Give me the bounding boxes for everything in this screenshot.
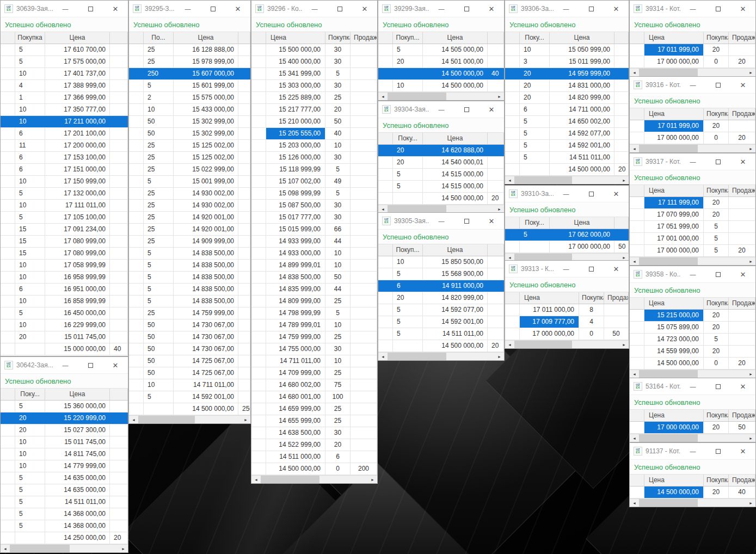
sell-qty-cell[interactable] (351, 128, 377, 139)
table-row[interactable]: 5014 730 067,00 (129, 331, 250, 343)
table-row[interactable]: 515 360 000,00 (1, 401, 128, 413)
close-button[interactable]: ✕ (479, 1, 504, 17)
column-header[interactable]: Покупка (15, 32, 45, 44)
buy-qty-cell[interactable]: 25 (144, 164, 174, 175)
price-cell[interactable]: 14 635 000,00 (45, 472, 110, 484)
buy-qty-cell[interactable]: 20 (704, 322, 729, 333)
price-cell[interactable]: 14 635 000,00 (45, 484, 110, 496)
price-cell[interactable]: 14 650 002,00 (550, 116, 614, 127)
table-row[interactable]: 14 638 500,0030 (251, 427, 377, 439)
sell-qty-cell[interactable] (604, 304, 629, 316)
scroll-left-button[interactable]: ◄ (378, 93, 388, 101)
h-scrollbar[interactable]: ◄► (505, 176, 629, 184)
price-cell[interactable]: 14 592 077,00 (550, 128, 614, 139)
price-cell[interactable]: 14 592 077,00 (423, 304, 488, 316)
sell-qty-cell[interactable]: 40 (729, 487, 755, 498)
buy-qty-cell[interactable]: 10 (15, 260, 45, 271)
h-scrollbar[interactable]: ◄► (630, 434, 755, 442)
close-button[interactable]: ✕ (730, 266, 755, 282)
price-cell[interactable]: 15 850 500,00 (423, 256, 488, 268)
buy-qty-cell[interactable]: 20 (520, 68, 550, 79)
column-header[interactable]: Покупка (704, 32, 729, 44)
buy-qty-cell[interactable]: 5 (704, 221, 729, 232)
price-cell[interactable]: 15 360 000,00 (45, 401, 110, 412)
sell-qty-cell[interactable]: 50 (614, 241, 629, 253)
titlebar[interactable]: UZEX39313 - К...—✕ (505, 261, 629, 277)
price-cell[interactable]: 14 930 002,00 (174, 188, 238, 199)
close-button[interactable]: ✕ (604, 186, 629, 202)
sell-qty-cell[interactable] (351, 212, 377, 223)
titlebar[interactable]: UZEX39310-За...—✕ (505, 186, 629, 202)
table-row[interactable]: 25015 607 000,00 (129, 68, 250, 80)
close-button[interactable]: ✕ (730, 77, 755, 93)
price-cell[interactable]: 15 107 002,00 (266, 176, 325, 187)
sell-qty-cell[interactable]: 20 (729, 358, 755, 369)
maximize-button[interactable] (705, 153, 730, 170)
h-scrollbar[interactable]: ◄► (1, 544, 128, 553)
titlebar[interactable]: UZEX39296 - Ко...—✕ (251, 1, 377, 17)
h-scrollbar[interactable]: ◄► (251, 475, 377, 484)
table-row[interactable]: 14 655 999,0025 (251, 415, 377, 427)
buy-qty-cell[interactable]: 5 (144, 176, 174, 187)
table-row[interactable]: 14 798 999,995 (251, 307, 377, 319)
scroll-right-button[interactable]: ► (241, 416, 250, 424)
price-cell[interactable]: 14 798 999,99 (266, 307, 325, 319)
table-row[interactable]: 17 000 000,00050 (505, 328, 629, 340)
sell-qty-cell[interactable] (351, 284, 377, 295)
sell-qty-cell[interactable]: 20 (729, 56, 755, 67)
price-cell[interactable]: 14 835 999,00 (266, 284, 325, 295)
table-row[interactable]: 17 000 000,00020 (630, 56, 755, 68)
sell-qty-cell[interactable] (110, 68, 128, 79)
scroll-left-button[interactable]: ◄ (505, 341, 514, 349)
buy-qty-cell[interactable]: 10 (144, 104, 174, 115)
buy-qty-cell[interactable]: 4 (579, 316, 604, 328)
sell-qty-cell[interactable] (238, 80, 250, 91)
scroll-left-button[interactable]: ◄ (505, 176, 514, 184)
minimize-button[interactable]: — (53, 357, 78, 373)
price-cell[interactable]: 17 000 000,00 (644, 56, 704, 67)
price-cell[interactable]: 14 711 000,00 (550, 104, 614, 115)
buy-qty-cell[interactable]: 25 (144, 236, 174, 247)
maximize-button[interactable] (579, 186, 604, 202)
table-row[interactable]: 15 203 000,0010 (251, 140, 377, 152)
sell-qty-cell[interactable] (488, 292, 504, 304)
buy-qty-cell[interactable]: 15 (15, 248, 45, 259)
maximize-button[interactable] (705, 443, 730, 459)
price-cell[interactable]: 14 511 011,00 (45, 496, 110, 508)
table-row[interactable]: 1014 779 999,00 (1, 460, 128, 472)
price-cell[interactable]: 17 388 999,00 (45, 80, 110, 91)
h-scrollbar[interactable]: ◄► (630, 68, 755, 77)
sell-qty-cell[interactable] (351, 44, 377, 56)
buy-qty-cell[interactable] (393, 193, 423, 204)
table-row[interactable]: 14 500 000,0040 (378, 68, 504, 80)
price-cell[interactable]: 14 500 000,00 (266, 463, 325, 475)
sell-qty-cell[interactable] (238, 212, 250, 223)
table-row[interactable]: 514 511 011,00 (505, 152, 629, 164)
buy-qty-cell[interactable]: 4 (15, 80, 45, 91)
price-cell[interactable]: 15 098 999,99 (266, 188, 325, 199)
h-scrollbar[interactable]: ◄► (630, 144, 755, 153)
close-button[interactable]: ✕ (225, 1, 250, 17)
price-cell[interactable]: 15 225 889,00 (266, 92, 325, 103)
column-header[interactable]: Цена (423, 244, 488, 256)
buy-qty-cell[interactable]: 0 (704, 358, 729, 369)
table-row[interactable]: 14 680 002,0075 (251, 379, 377, 391)
minimize-button[interactable]: — (175, 1, 200, 17)
scroll-right-button[interactable]: ► (746, 370, 755, 378)
table-row[interactable]: 2514 920 001,00 (129, 224, 250, 236)
buy-qty-cell[interactable]: 20 (393, 292, 423, 304)
price-cell[interactable]: 14 959 999,00 (550, 68, 614, 79)
buy-qty-cell[interactable]: 10 (15, 272, 45, 283)
sell-qty-cell[interactable] (351, 92, 377, 103)
buy-qty-cell[interactable] (15, 343, 45, 355)
table-row[interactable]: 17 000 000,00520 (630, 245, 755, 257)
price-cell[interactable]: 15 017 777,00 (266, 212, 325, 223)
buy-qty-cell[interactable]: 10 (15, 176, 45, 187)
maximize-button[interactable] (78, 1, 103, 17)
buy-qty-cell[interactable]: 25 (144, 212, 174, 223)
maximize-button[interactable] (78, 357, 103, 373)
column-header[interactable]: Цена (45, 389, 110, 400)
buy-qty-cell[interactable]: 15 (15, 224, 45, 235)
buy-qty-cell[interactable]: 0 (704, 132, 729, 144)
maximize-button[interactable] (454, 1, 479, 17)
